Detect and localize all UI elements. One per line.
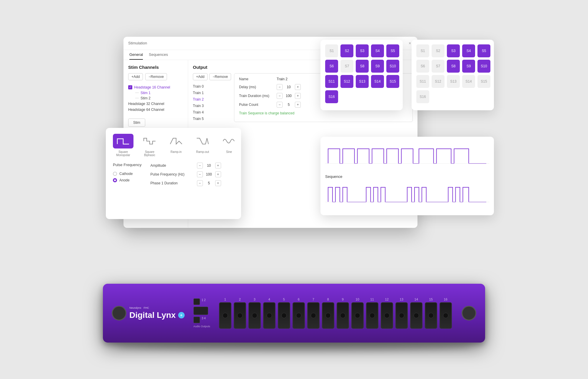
stim-remove-button[interactable]: −Remove	[145, 73, 167, 80]
channel-btn-2-s7[interactable]: S7	[432, 60, 445, 73]
wave-ramp-in[interactable]: Ramp-in	[166, 134, 186, 157]
wave-square-monopolar[interactable]: Square Monopolar	[113, 134, 133, 157]
channel-btn-1-s14[interactable]: S14	[371, 75, 384, 88]
train-item-2[interactable]: Train 2	[193, 96, 228, 103]
hw-channel-6: 6	[293, 298, 305, 329]
pulse-plus-button[interactable]: +	[295, 102, 301, 108]
anode-radio-circle	[113, 178, 117, 182]
channel-stim2[interactable]: Stim 2	[135, 96, 183, 101]
amplitude-minus-button[interactable]: −	[197, 163, 203, 168]
pulse-minus-button[interactable]: −	[277, 102, 283, 108]
audio-ports-row1: 1 2	[193, 298, 210, 305]
stim-add-button[interactable]: +Add	[128, 73, 143, 80]
channel-btn-2-s10[interactable]: S10	[477, 60, 490, 73]
channel-btn-1-s10[interactable]: S10	[386, 60, 399, 73]
hw-channel-label-16: 16	[444, 298, 447, 301]
channel-btn-1-s7[interactable]: S7	[340, 60, 353, 73]
channel-btn-2-s1[interactable]: S1	[416, 44, 429, 57]
channel-headstage16[interactable]: Headstage 16 Channel	[128, 84, 183, 90]
channel-btn-1-s8[interactable]: S8	[356, 60, 369, 73]
phase1-minus-button[interactable]: −	[197, 180, 203, 186]
channel-btn-2-s11[interactable]: S11	[416, 75, 429, 88]
delay-plus-button[interactable]: +	[295, 84, 301, 90]
channel-stim1[interactable]: Stim 1	[135, 90, 183, 96]
duration-minus-button[interactable]: −	[277, 93, 283, 99]
tab-general[interactable]: General	[129, 52, 143, 60]
channel-btn-1-s15[interactable]: S15	[386, 75, 399, 88]
channel-btn-1-s13[interactable]: S13	[356, 75, 369, 88]
hw-channel-port-12	[381, 302, 393, 329]
phase1-plus-button[interactable]: +	[215, 180, 221, 186]
channel-btn-2-s4[interactable]: S4	[462, 44, 475, 57]
channel-btn-1-s5[interactable]: S5	[386, 44, 399, 57]
main-scene: Stimulation × General Sequences Stim Cha…	[88, 28, 500, 351]
hw-channel-hole-5	[281, 313, 287, 318]
channel-btn-1-s4[interactable]: S4	[371, 44, 384, 57]
pulse-left: Pulse Frequency Cathode Anode	[113, 163, 142, 186]
channel-checkbox-hs16[interactable]	[128, 85, 132, 89]
channel-btn-1-s11[interactable]: S11	[325, 75, 338, 88]
train-add-button[interactable]: +Add	[193, 73, 208, 80]
channel-btn-2-s12[interactable]: S12	[432, 75, 445, 88]
stim-button[interactable]: Stim	[128, 118, 145, 127]
pulse-freq-minus-button[interactable]: −	[197, 171, 203, 177]
tab-sequences[interactable]: Sequences	[149, 52, 168, 60]
channel-tree: Headstage 16 Channel Stim 1 Stim 2 Heads…	[128, 84, 183, 113]
train-item-4[interactable]: Train 4	[193, 109, 228, 116]
pulse-right: Amplitude − 10 + Pulse Frequency (Hz) − …	[151, 163, 234, 186]
channel-btn-2-s15[interactable]: S15	[477, 75, 490, 88]
hw-channel-hole-13	[399, 313, 404, 318]
channel-btn-2-s9[interactable]: S9	[462, 60, 475, 73]
audio-port-1	[193, 298, 200, 305]
ramp-in-svg	[169, 136, 183, 146]
channel-btn-1-s9[interactable]: S9	[371, 60, 384, 73]
train-list: +Add −Remove Train 0 Train 1 Train 2 Tra…	[193, 73, 228, 122]
hw-channel-port-11	[366, 302, 378, 329]
channel-headstage32[interactable]: Headstage 32 Channel	[128, 101, 183, 107]
channel-btn-2-s16[interactable]: S16	[416, 90, 429, 103]
wave-icon-square-monopolar	[113, 134, 133, 148]
cathode-radio[interactable]: Cathode	[113, 172, 142, 176]
train-item-0[interactable]: Train 0	[193, 83, 228, 90]
pulse-freq-label: Pulse Frequency	[113, 163, 142, 167]
channel-btn-2-s3[interactable]: S3	[447, 44, 460, 57]
channel-btn-2-s5[interactable]: S5	[477, 44, 490, 57]
wave-sine[interactable]: Sine	[219, 134, 239, 157]
hardware-device: Neuralynx FHC Digital Lynx + 1 2 3 4 Aud…	[103, 284, 485, 343]
hw-channel-hole-12	[384, 313, 390, 318]
logo-area: Neuralynx FHC Digital Lynx +	[129, 306, 185, 320]
channel-btn-1-s2[interactable]: S2	[340, 44, 353, 57]
hw-channel-port-15	[425, 302, 437, 329]
channel-stim2-label: Stim 2	[141, 96, 151, 100]
hw-channel-hole-1	[223, 313, 228, 318]
channel-btn-2-s6[interactable]: S6	[416, 60, 429, 73]
train-item-1[interactable]: Train 1	[193, 90, 228, 96]
train-remove-button[interactable]: −Remove	[209, 73, 231, 80]
duration-plus-button[interactable]: +	[295, 93, 301, 99]
channel-btn-1-s3[interactable]: S3	[356, 44, 369, 57]
channel-headstage64[interactable]: Headstage 64 Channel	[128, 107, 183, 113]
channel-btn-1-s6[interactable]: S6	[325, 60, 338, 73]
amplitude-plus-button[interactable]: +	[215, 163, 221, 168]
channel-btn-1-s1[interactable]: S1	[325, 44, 338, 57]
wave-icon-sine	[219, 134, 239, 148]
wave-square-biphasic[interactable]: Square Biphasic	[139, 134, 160, 157]
channel-btn-2-s13[interactable]: S13	[447, 75, 460, 88]
train-item-5[interactable]: Train 5	[193, 116, 228, 122]
hw-channel-port-5	[278, 302, 290, 329]
wave-ramp-out[interactable]: Ramp-out	[192, 134, 213, 157]
channel-btn-1-s16[interactable]: S16	[325, 90, 338, 103]
delay-minus-button[interactable]: −	[277, 84, 283, 90]
channel-btn-1-s12[interactable]: S12	[340, 75, 353, 88]
amplitude-value: 10	[205, 163, 213, 168]
cathode-label: Cathode	[119, 172, 133, 176]
anode-radio[interactable]: Anode	[113, 178, 142, 182]
pulse-freq-plus-button[interactable]: +	[215, 171, 221, 177]
train-item-3[interactable]: Train 3	[193, 103, 228, 109]
pulse-count-label: Pulse Count	[239, 103, 274, 107]
delay-label: Delay (ms)	[239, 85, 274, 89]
radio-group: Cathode Anode	[113, 172, 142, 182]
channel-btn-2-s2[interactable]: S2	[432, 44, 445, 57]
channel-btn-2-s14[interactable]: S14	[462, 75, 475, 88]
channel-btn-2-s8[interactable]: S8	[447, 60, 460, 73]
